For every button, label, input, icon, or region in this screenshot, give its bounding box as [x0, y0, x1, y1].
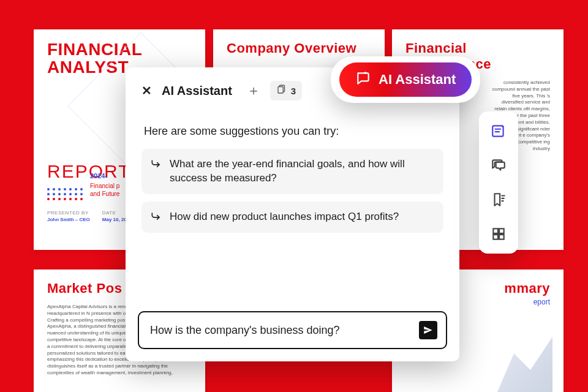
bookmark-tool[interactable] — [490, 191, 507, 208]
ai-summary-tool[interactable] — [490, 123, 507, 140]
suggestion-item[interactable]: What are the year-end financial goals, a… — [141, 149, 443, 194]
side-toolbar — [479, 111, 518, 254]
ai-question-input[interactable] — [150, 324, 419, 337]
documents-count: 3 — [291, 86, 296, 96]
documents-button[interactable]: 3 — [270, 81, 302, 100]
thumbnails-tool[interactable] — [490, 225, 507, 243]
ai-suggestions-heading: Here are some suggestions you can try: — [144, 125, 441, 138]
ai-sparkle-chat-icon — [355, 70, 371, 89]
documents-icon — [276, 84, 287, 97]
suggestion-text: What are the year-end financial goals, a… — [170, 158, 405, 184]
ai-panel-title: AI Assistant — [162, 84, 232, 98]
svg-rect-10 — [493, 235, 498, 239]
ai-assistant-launch-button[interactable]: AI Assistant — [339, 62, 472, 97]
suggestion-text: How did new product launches impact Q1 p… — [170, 211, 399, 222]
suggestion-arrow-icon — [150, 158, 162, 175]
svg-rect-9 — [499, 228, 504, 233]
ai-assistant-panel: ✕ AI Assistant ＋ 3 Here are some suggest… — [126, 67, 459, 361]
ai-pill-label: AI Assistant — [379, 72, 456, 88]
page2-title: Company Overview — [227, 40, 371, 56]
ai-assistant-pill-container: AI Assistant — [331, 56, 480, 103]
ai-panel-body: Here are some suggestions you can try: W… — [126, 110, 459, 311]
send-button[interactable] — [419, 321, 437, 339]
suggestion-item[interactable]: How did new product launches impact Q1 p… — [141, 202, 443, 233]
building-image — [497, 337, 552, 392]
add-icon[interactable]: ＋ — [247, 81, 260, 100]
comments-tool[interactable] — [490, 157, 507, 174]
svg-rect-8 — [493, 228, 498, 233]
svg-rect-1 — [278, 87, 283, 94]
svg-rect-11 — [499, 235, 504, 239]
close-icon[interactable]: ✕ — [141, 83, 152, 98]
suggestion-arrow-icon — [150, 211, 162, 227]
ai-input-container — [138, 311, 447, 349]
